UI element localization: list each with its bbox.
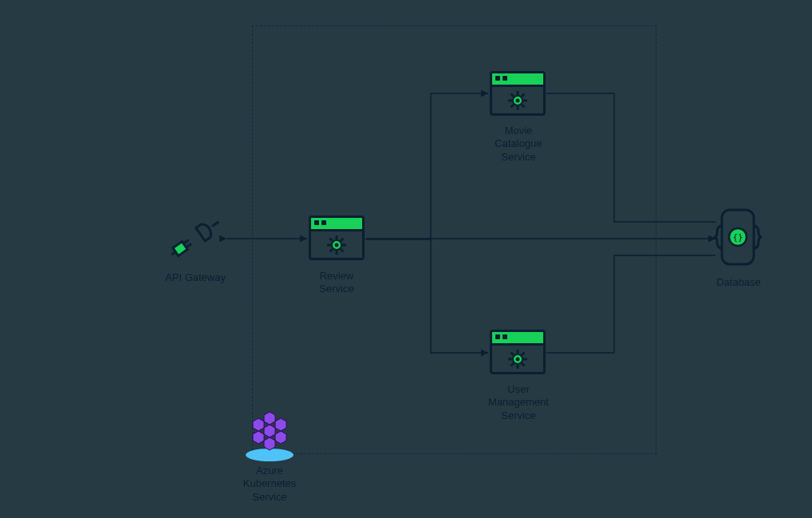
svg-marker-46 <box>275 431 286 444</box>
gear-icon <box>507 89 529 112</box>
api-gateway-node <box>168 209 223 265</box>
plug-icon <box>168 209 223 265</box>
svg-line-34 <box>511 363 514 366</box>
svg-marker-47 <box>264 437 275 450</box>
svg-line-13 <box>341 249 344 252</box>
svg-line-6 <box>212 222 219 227</box>
user-management-label: User Management Service <box>463 383 574 422</box>
svg-line-24 <box>511 105 514 108</box>
database-node: {} <box>717 209 759 268</box>
svg-line-4 <box>186 243 191 247</box>
svg-marker-42 <box>253 418 264 431</box>
svg-line-15 <box>341 238 344 241</box>
svg-line-5 <box>171 252 175 255</box>
review-service-label: Review Service <box>281 270 392 296</box>
svg-marker-43 <box>275 418 286 431</box>
svg-marker-41 <box>264 412 275 425</box>
svg-marker-44 <box>264 425 275 437</box>
aks-node <box>238 407 302 463</box>
diagram-canvas: API Gateway Review Service <box>0 0 812 518</box>
svg-point-16 <box>335 243 339 247</box>
svg-line-14 <box>330 249 333 252</box>
svg-line-12 <box>330 238 333 241</box>
database-label: Database <box>683 276 794 289</box>
user-management-node <box>490 330 546 374</box>
svg-line-25 <box>522 93 525 97</box>
aks-label: Azure Kubernetes Service <box>214 465 325 504</box>
svg-line-35 <box>522 352 525 355</box>
kubernetes-icon <box>238 407 302 463</box>
svg-point-36 <box>516 357 520 361</box>
database-icon: {} <box>714 207 762 271</box>
svg-line-32 <box>511 352 514 355</box>
svg-point-26 <box>516 98 520 102</box>
gear-icon <box>507 348 529 370</box>
svg-text:{}: {} <box>732 232 743 243</box>
api-gateway-label: API Gateway <box>140 271 251 284</box>
svg-line-22 <box>511 93 514 97</box>
gear-icon <box>325 234 348 256</box>
movie-catalogue-label: Movie Catalogue Service <box>463 125 574 164</box>
svg-line-23 <box>522 105 525 108</box>
movie-catalogue-node <box>490 71 546 116</box>
svg-line-3 <box>183 240 189 244</box>
review-service-node <box>309 216 365 260</box>
svg-marker-45 <box>253 431 264 444</box>
svg-line-33 <box>522 363 525 366</box>
